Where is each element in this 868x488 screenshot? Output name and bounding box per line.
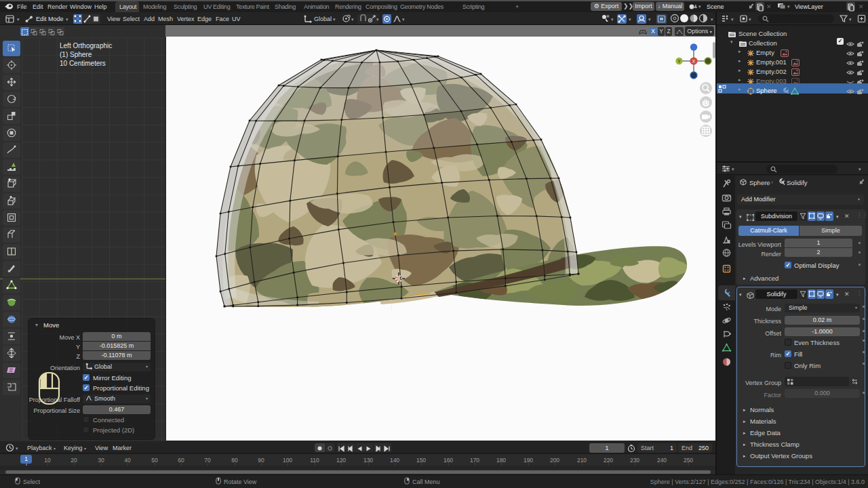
svg-text:X: X (692, 59, 696, 64)
svg-text:Y: Y (677, 59, 681, 64)
